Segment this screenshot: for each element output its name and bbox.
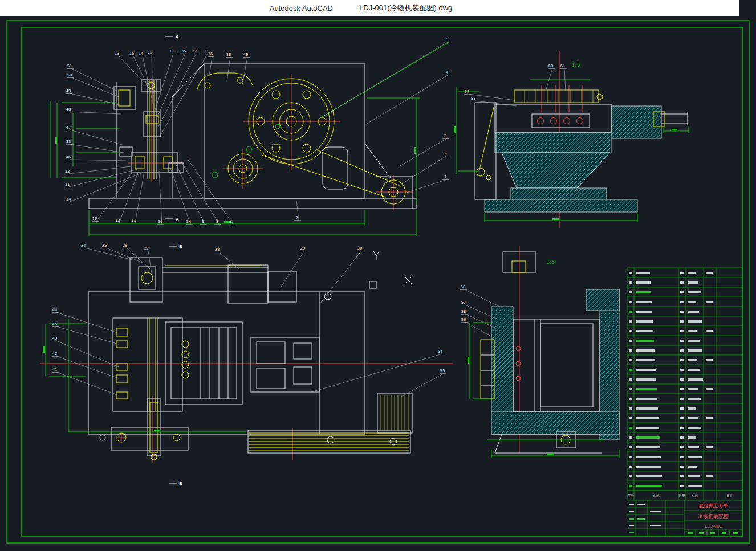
svg-text:14: 14 bbox=[139, 51, 143, 56]
cad-canvas[interactable]: A A bbox=[0, 0, 756, 551]
svg-text:44: 44 bbox=[52, 308, 57, 312]
svg-text:52: 52 bbox=[465, 89, 469, 94]
svg-text:26: 26 bbox=[123, 243, 127, 248]
model-space-background bbox=[0, 0, 756, 551]
svg-text:16: 16 bbox=[158, 219, 162, 224]
autocad-window: A A bbox=[0, 0, 756, 551]
svg-text:1: 1 bbox=[444, 175, 446, 179]
svg-text:37: 37 bbox=[192, 49, 197, 54]
bom-header-note: 备注 bbox=[726, 493, 733, 498]
bom-header-qty: 数量 bbox=[678, 494, 685, 497]
section-mark-b-top: B bbox=[179, 244, 182, 249]
svg-text:46: 46 bbox=[66, 155, 71, 160]
svg-text:27: 27 bbox=[144, 246, 149, 251]
svg-text:56: 56 bbox=[461, 285, 465, 289]
scale-note-section: 1:5 bbox=[547, 260, 555, 265]
title-block-drawing-title: 冷镦机装配图 bbox=[698, 513, 729, 519]
svg-text:59: 59 bbox=[461, 317, 466, 322]
svg-text:12: 12 bbox=[115, 218, 120, 223]
svg-text:12: 12 bbox=[148, 50, 152, 55]
svg-text:45: 45 bbox=[52, 322, 57, 326]
svg-text:54: 54 bbox=[438, 349, 442, 354]
svg-text:5: 5 bbox=[446, 37, 448, 42]
svg-text:15: 15 bbox=[129, 51, 134, 56]
svg-text:61: 61 bbox=[560, 64, 565, 68]
svg-text:9: 9 bbox=[202, 219, 204, 224]
app-title: Autodesk AutoCAD bbox=[270, 4, 333, 13]
svg-text:13: 13 bbox=[115, 51, 119, 56]
section-mark-a-bottom: A bbox=[176, 217, 179, 222]
svg-text:4: 4 bbox=[446, 70, 448, 75]
svg-text:42: 42 bbox=[52, 352, 57, 356]
bom-header-no: 序号 bbox=[627, 493, 634, 497]
svg-text:30: 30 bbox=[357, 246, 362, 251]
svg-text:24: 24 bbox=[81, 243, 86, 248]
svg-text:31: 31 bbox=[65, 182, 70, 187]
svg-text:11: 11 bbox=[131, 218, 136, 223]
bom-header-name: 名称 bbox=[653, 494, 660, 498]
svg-text:36: 36 bbox=[208, 52, 213, 56]
svg-text:25: 25 bbox=[102, 243, 107, 248]
svg-text:60: 60 bbox=[548, 64, 553, 68]
svg-text:35: 35 bbox=[181, 49, 186, 54]
svg-text:57: 57 bbox=[461, 300, 466, 305]
svg-text:32: 32 bbox=[65, 169, 70, 174]
scale-note-side: 1:5 bbox=[572, 63, 580, 68]
svg-text:51: 51 bbox=[67, 64, 72, 68]
svg-text:3: 3 bbox=[444, 134, 446, 138]
svg-text:33: 33 bbox=[66, 140, 71, 144]
svg-text:8: 8 bbox=[216, 219, 218, 224]
svg-text:49: 49 bbox=[66, 89, 71, 93]
svg-text:34: 34 bbox=[186, 219, 191, 224]
svg-text:11: 11 bbox=[169, 49, 174, 54]
svg-text:47: 47 bbox=[66, 125, 71, 130]
svg-text:1: 1 bbox=[205, 49, 207, 54]
bom-header-material: 材料 bbox=[691, 494, 698, 498]
titlebar: Autodesk AutoCAD LDJ-001(冷镦机装配图).dwg bbox=[0, 0, 739, 16]
svg-text:2: 2 bbox=[444, 151, 446, 156]
svg-text:7: 7 bbox=[296, 215, 298, 220]
file-name: LDJ-001(冷镦机装配图).dwg bbox=[359, 3, 452, 13]
section-mark-a-top: A bbox=[176, 34, 179, 39]
svg-text:28: 28 bbox=[215, 247, 220, 252]
svg-text:10: 10 bbox=[92, 217, 97, 221]
title-block-drawing-no: LDJ-001 bbox=[705, 524, 722, 529]
svg-text:55: 55 bbox=[440, 369, 445, 373]
svg-text:58: 58 bbox=[461, 309, 466, 314]
svg-text:40: 40 bbox=[243, 52, 248, 57]
svg-text:41: 41 bbox=[52, 368, 57, 372]
svg-text:14: 14 bbox=[66, 197, 71, 202]
svg-text:48: 48 bbox=[66, 107, 71, 112]
section-mark-b-bottom: B bbox=[179, 481, 182, 486]
title-block-school: 武汉理工大学 bbox=[698, 503, 729, 509]
svg-text:6: 6 bbox=[230, 220, 233, 225]
svg-text:43: 43 bbox=[52, 336, 57, 341]
svg-text:29: 29 bbox=[300, 246, 305, 251]
svg-text:53: 53 bbox=[471, 96, 475, 101]
svg-text:50: 50 bbox=[67, 73, 72, 77]
svg-text:38: 38 bbox=[226, 52, 231, 57]
